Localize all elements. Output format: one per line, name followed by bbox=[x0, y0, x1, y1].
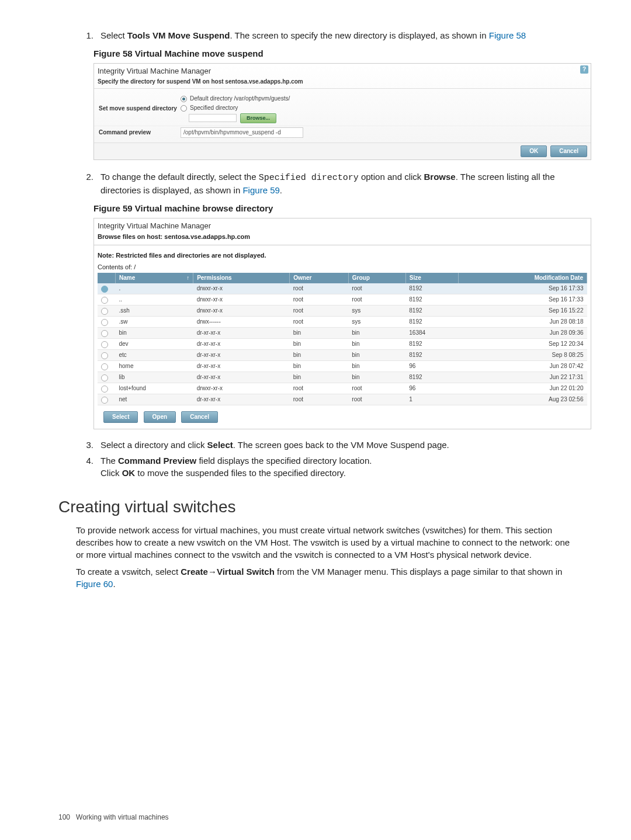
cell-mod: Jun 28 07:42 bbox=[459, 361, 587, 372]
cell-size: 8192 bbox=[405, 317, 459, 328]
text: To change the default directly, select t… bbox=[100, 172, 259, 182]
col-owner[interactable]: Owner bbox=[290, 273, 349, 283]
step-number: 1. bbox=[76, 29, 100, 41]
cell-icon bbox=[98, 306, 116, 317]
cell-size: 8192 bbox=[405, 339, 459, 350]
cell-mod: Sep 16 15:22 bbox=[459, 306, 587, 317]
table-row[interactable]: ..drwxr-xr-xrootroot8192Sep 16 17:33 bbox=[98, 294, 587, 306]
menu-create: Create bbox=[181, 567, 208, 577]
table-row[interactable]: etcdr-xr-xr-xbinbin8192Sep 8 08:25 bbox=[98, 350, 587, 361]
cell-mod: Sep 16 17:33 bbox=[459, 294, 587, 306]
cell-owner: root bbox=[290, 294, 349, 306]
table-row[interactable]: libdr-xr-xr-xbinbin8192Jun 22 17:31 bbox=[98, 372, 587, 383]
cell-perm: dr-xr-xr-x bbox=[193, 350, 290, 361]
page-footer: 100 Working with virtual machines bbox=[58, 813, 169, 822]
cell-owner: bin bbox=[290, 350, 349, 361]
cell-name: etc bbox=[116, 350, 193, 361]
cell-mod: Aug 23 02:56 bbox=[459, 394, 587, 405]
cell-icon bbox=[98, 339, 116, 350]
table-row[interactable]: netdr-xr-xr-xrootroot1Aug 23 02:56 bbox=[98, 394, 587, 405]
cell-group: sys bbox=[348, 306, 405, 317]
row-select-icon bbox=[101, 341, 108, 348]
figure59-link[interactable]: Figure 59 bbox=[242, 185, 279, 195]
text: Select bbox=[100, 30, 127, 40]
section-heading: Creating virtual switches bbox=[58, 495, 578, 518]
cell-mod: Sep 12 20:34 bbox=[459, 339, 587, 350]
fig59-note: Note: Restricted files and directories a… bbox=[94, 245, 591, 262]
cell-group: bin bbox=[348, 361, 405, 372]
cell-name: home bbox=[116, 361, 193, 372]
menu-path: Tools VM Move Suspend bbox=[127, 30, 230, 40]
cell-size: 96 bbox=[405, 383, 459, 394]
step-number: 4. bbox=[76, 454, 100, 479]
cell-size: 8192 bbox=[405, 306, 459, 317]
cancel-button[interactable]: Cancel bbox=[181, 411, 218, 423]
table-row[interactable]: .sshdrwxr-xr-xrootsys8192Sep 16 15:22 bbox=[98, 306, 587, 317]
figure59-panel: Integrity Virtual Machine Manager Browse… bbox=[93, 218, 591, 429]
browse-button[interactable]: Browse... bbox=[240, 113, 276, 123]
col-modification[interactable]: Modification Date bbox=[459, 273, 587, 283]
cell-size: 8192 bbox=[405, 283, 459, 294]
cell-owner: root bbox=[290, 283, 349, 294]
cell-mod: Jun 28 08:18 bbox=[459, 317, 587, 328]
table-row[interactable]: devdr-xr-xr-xbinbin8192Sep 12 20:34 bbox=[98, 339, 587, 350]
open-button[interactable]: Open bbox=[144, 411, 176, 423]
cell-group: root bbox=[348, 383, 405, 394]
text: To create a vswitch, select bbox=[76, 567, 181, 577]
table-row[interactable]: .swdrwx------rootsys8192Jun 28 08:18 bbox=[98, 317, 587, 328]
text: Select a directory and click bbox=[100, 440, 207, 450]
ok-label: OK bbox=[122, 468, 136, 478]
step2-text: To change the default directly, select t… bbox=[100, 171, 578, 196]
fig58-subtitle: Specify the directory for suspend VM on … bbox=[94, 77, 591, 89]
figure60-link[interactable]: Figure 60 bbox=[76, 579, 113, 589]
figure58-panel: ? Integrity Virtual Machine Manager Spec… bbox=[93, 63, 591, 160]
specified-dir-input[interactable] bbox=[189, 114, 237, 122]
cell-icon bbox=[98, 317, 116, 328]
row-select-icon bbox=[101, 308, 108, 315]
col-group[interactable]: Group bbox=[348, 273, 405, 283]
cell-icon bbox=[98, 394, 116, 405]
table-row[interactable]: homedr-xr-xr-xbinbin96Jun 28 07:42 bbox=[98, 361, 587, 372]
cell-perm: dr-xr-xr-x bbox=[193, 372, 290, 383]
text: option and click bbox=[359, 172, 424, 182]
text: . bbox=[113, 579, 115, 589]
cell-perm: drwxr-xr-x bbox=[193, 294, 290, 306]
radio-icon bbox=[181, 96, 187, 102]
cell-group: bin bbox=[348, 372, 405, 383]
specified-dir-option[interactable]: Specified directory bbox=[181, 104, 588, 112]
fig58-app-title: Integrity Virtual Machine Manager bbox=[94, 64, 591, 77]
cell-name: .ssh bbox=[116, 306, 193, 317]
cell-perm: dr-xr-xr-x bbox=[193, 394, 290, 405]
cell-mod: Sep 16 17:33 bbox=[459, 283, 587, 294]
text: from the VM Manager menu. This displays … bbox=[275, 567, 562, 577]
cell-name: .sw bbox=[116, 317, 193, 328]
cancel-button[interactable]: Cancel bbox=[550, 145, 587, 157]
help-icon[interactable]: ? bbox=[580, 65, 588, 74]
default-dir-text: Default directory /var/opt/hpvm/guests/ bbox=[190, 95, 290, 103]
row-select-icon bbox=[101, 319, 108, 326]
ok-button[interactable]: OK bbox=[521, 145, 547, 157]
col-name[interactable]: Name ↑ bbox=[116, 273, 193, 283]
row-select-icon bbox=[101, 363, 108, 370]
col-permissions[interactable]: Permissions bbox=[193, 273, 290, 283]
row-select-icon bbox=[101, 330, 108, 337]
figure59-caption: Figure 59 Virtual machine browse directo… bbox=[93, 202, 578, 214]
command-preview-label: Command preview bbox=[96, 129, 181, 137]
default-dir-option[interactable]: Default directory /var/opt/hpvm/guests/ bbox=[181, 95, 588, 103]
figure58-link[interactable]: Figure 58 bbox=[489, 30, 526, 40]
cell-group: root bbox=[348, 394, 405, 405]
cell-icon bbox=[98, 361, 116, 372]
table-row[interactable]: .drwxr-xr-xrootroot8192Sep 16 17:33 bbox=[98, 283, 587, 294]
cell-icon bbox=[98, 372, 116, 383]
table-row[interactable]: lost+founddrwxr-xr-xrootroot96Jun 22 01:… bbox=[98, 383, 587, 394]
text: Click bbox=[100, 468, 122, 478]
file-browser-table: Name ↑ Permissions Owner Group Size Modi… bbox=[98, 273, 587, 405]
col-size[interactable]: Size bbox=[405, 273, 459, 283]
select-button[interactable]: Select bbox=[103, 411, 138, 423]
step4-text: The Command Preview field displays the s… bbox=[100, 454, 578, 479]
cell-icon bbox=[98, 383, 116, 394]
command-preview-field[interactable]: /opt/hpvm/bin/hpvmmove_suspend -d bbox=[181, 127, 303, 138]
cell-name: lost+found bbox=[116, 383, 193, 394]
text: . The screen to specify the new director… bbox=[230, 30, 488, 40]
table-row[interactable]: bindr-xr-xr-xbinbin16384Jun 28 09:36 bbox=[98, 328, 587, 339]
